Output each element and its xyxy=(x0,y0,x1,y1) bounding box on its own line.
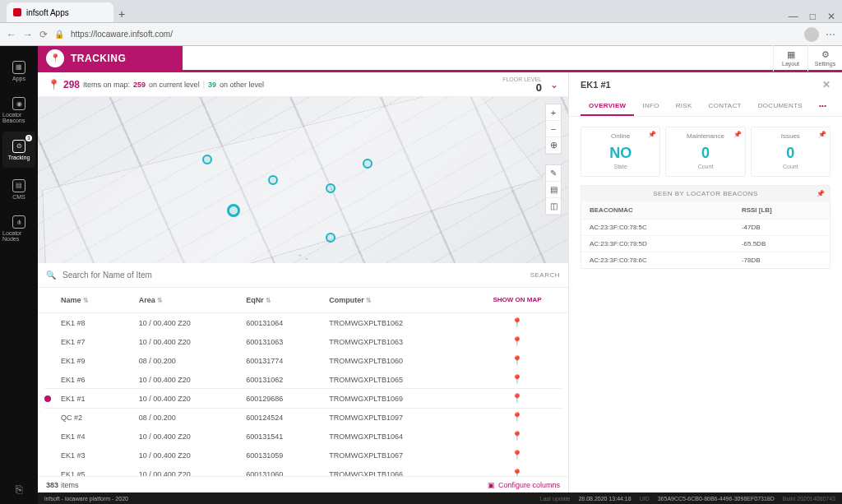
user-avatar[interactable] xyxy=(804,27,819,42)
tab-contact[interactable]: CONTACT xyxy=(701,97,750,116)
tab-more[interactable]: ••• xyxy=(811,97,835,116)
cell-name: EK1 #1 xyxy=(38,389,132,408)
table-row[interactable]: EK1 #510 / 00.400 Z20600131060TROMWGXPLT… xyxy=(38,465,568,476)
minimize-icon[interactable]: — xyxy=(789,11,798,22)
table-row[interactable]: EK1 #410 / 00.400 Z20600131541TROMWGXPLT… xyxy=(38,427,568,446)
cell-area: 10 / 00.400 Z20 xyxy=(132,465,240,476)
layout-button-label: Layout xyxy=(782,61,799,67)
detail-tabs: OVERVIEW INFO RISK CONTACT DOCUMENTS ••• xyxy=(569,97,842,117)
show-on-map-button[interactable]: 📍 xyxy=(466,332,568,351)
filter-icon[interactable]: ◫ xyxy=(546,198,561,215)
nav-forward-icon[interactable]: → xyxy=(23,29,33,40)
cell-eqnr: 600131062 xyxy=(239,370,322,389)
beacons-table: BEACONMAC RSSI [LB] AC:23:3F:C0:78:5C-47… xyxy=(581,201,830,268)
table-row[interactable]: EK1 #610 / 00.400 Z20600131062TROMWGXPLT… xyxy=(38,370,568,389)
app-sidebar: ▦ Apps ◉ Locator Beacons 3 ⊙ Tracking ▤ … xyxy=(0,46,38,504)
new-tab-button[interactable]: + xyxy=(113,6,130,22)
close-icon[interactable]: ✕ xyxy=(822,79,830,90)
show-on-map-button[interactable]: 📍 xyxy=(466,446,568,465)
sidebar-item-apps[interactable]: ▦ Apps xyxy=(2,53,35,89)
floor-map[interactable]: + − ⊕ ✎ ▤ ◫ ⌃⌄ xyxy=(38,97,568,263)
map-beacon[interactable] xyxy=(326,233,335,243)
detail-panel: EK1 #1 ✕ OVERVIEW INFO RISK CONTACT DOCU… xyxy=(569,72,842,492)
tab-risk[interactable]: RISK xyxy=(668,97,701,116)
browser-address-bar: ← → ⟳ 🔒 https://locaware.infsoft.com/ ⋯ xyxy=(0,23,842,46)
show-on-map-button[interactable]: 📍 xyxy=(466,351,568,370)
browser-tab[interactable]: infsoft Apps xyxy=(7,2,113,22)
table-row[interactable]: EK1 #810 / 00.400 Z20600131064TROMWGXPLT… xyxy=(38,313,568,333)
pin-icon[interactable]: 📌 xyxy=(648,131,656,138)
show-on-map-button[interactable]: 📍 xyxy=(466,427,568,446)
cell-rssi: -65.5DB xyxy=(733,236,830,252)
maximize-icon[interactable]: □ xyxy=(810,11,816,22)
pin-icon[interactable]: 📌 xyxy=(733,131,742,138)
detail-header: EK1 #1 ✕ xyxy=(569,72,842,97)
col-rssi: RSSI [LB] xyxy=(733,201,830,220)
exit-button[interactable]: ⎘ xyxy=(7,474,30,504)
table-row[interactable]: EK1 #908 / 00.200600131774TROMWGXPLTB106… xyxy=(38,351,568,370)
tab-title: infsoft Apps xyxy=(26,8,69,17)
window-controls: — □ ✕ xyxy=(789,11,835,22)
floor-selector[interactable]: FLOOR LEVEL 0 xyxy=(502,76,542,93)
map-tool-controls: ✎ ▤ ◫ xyxy=(545,164,562,215)
edit-icon[interactable]: ✎ xyxy=(546,165,561,182)
pin-icon[interactable]: 📌 xyxy=(817,190,826,197)
stat-issues-value: 0 xyxy=(755,145,826,162)
items-table-wrap[interactable]: Name⇅ Area⇅ EqNr⇅ Computer⇅ SHOW ON MAP … xyxy=(38,288,568,476)
sidebar-item-locator-nodes[interactable]: ⋔ Locator Nodes xyxy=(2,210,35,247)
url-text[interactable]: https://locaware.infsoft.com/ xyxy=(71,30,798,39)
cell-computer: TROMWGXPLTB1063 xyxy=(322,332,466,351)
map-beacon[interactable] xyxy=(268,175,278,185)
pin-icon[interactable]: 📌 xyxy=(818,131,826,138)
status-left: infsoft - locaware platform - 2020 xyxy=(44,496,128,502)
show-on-map-button[interactable]: 📍 xyxy=(466,370,568,389)
table-row[interactable]: EK1 #710 / 00.400 Z20600131063TROMWGXPLT… xyxy=(38,332,568,351)
status-build: Build 202014080743 xyxy=(783,496,835,502)
tab-documents[interactable]: DOCUMENTS xyxy=(750,97,811,116)
cell-area: 08 / 00.200 xyxy=(132,408,240,427)
chevron-down-icon[interactable]: ⌄ xyxy=(550,79,558,90)
configure-columns-button[interactable]: ▣ Configure columns xyxy=(488,481,560,489)
show-on-map-button[interactable]: 📍 xyxy=(466,313,568,333)
sidebar-item-locator-beacons[interactable]: ◉ Locator Beacons xyxy=(2,92,35,128)
layers-icon[interactable]: ▤ xyxy=(546,182,561,198)
cell-computer: TROMWGXPLTB1064 xyxy=(322,427,466,446)
cell-mac: AC:23:3F:C0:78:6C xyxy=(581,252,733,269)
zoom-out-icon[interactable]: − xyxy=(546,121,561,137)
cell-area: 08 / 00.200 xyxy=(132,351,240,370)
layout-button[interactable]: ▦ Layout xyxy=(773,45,807,72)
col-area[interactable]: Area⇅ xyxy=(132,288,240,313)
resize-handle-icon[interactable]: ⌃⌄ xyxy=(297,253,310,261)
map-beacon[interactable] xyxy=(363,159,372,169)
gear-icon: ▣ xyxy=(488,481,495,489)
col-eqnr[interactable]: EqNr⇅ xyxy=(239,288,322,313)
sort-icon: ⇅ xyxy=(266,297,271,304)
show-on-map-button[interactable]: 📍 xyxy=(466,408,568,427)
map-beacon[interactable] xyxy=(202,155,212,164)
close-icon[interactable]: ✕ xyxy=(827,11,835,22)
search-input[interactable] xyxy=(62,270,524,280)
table-row[interactable]: QC #208 / 00.200600124524TROMWGXPLTB1097… xyxy=(38,408,568,427)
nav-back-icon[interactable]: ← xyxy=(7,29,16,40)
tab-overview[interactable]: OVERVIEW xyxy=(581,97,634,116)
nav-reload-icon[interactable]: ⟳ xyxy=(39,29,48,40)
table-row[interactable]: EK1 #310 / 00.400 Z20600131059TROMWGXPLT… xyxy=(38,446,568,465)
table-row[interactable]: EK1 #110 / 00.400 Z20600129686TROMWGXPLT… xyxy=(38,389,568,408)
sort-icon: ⇅ xyxy=(366,297,372,304)
show-on-map-button[interactable]: 📍 xyxy=(466,465,568,476)
browser-tab-strip: infsoft Apps + — □ ✕ xyxy=(0,0,842,23)
tab-info[interactable]: INFO xyxy=(634,97,667,116)
settings-button[interactable]: ⚙ Settings xyxy=(807,45,842,72)
map-beacon[interactable] xyxy=(326,183,335,193)
col-computer[interactable]: Computer⇅ xyxy=(322,288,466,313)
zoom-in-icon[interactable]: + xyxy=(546,104,561,121)
sidebar-item-cms[interactable]: ▤ CMS xyxy=(2,171,35,207)
map-beacon-selected[interactable] xyxy=(227,204,240,217)
browser-menu-icon[interactable]: ⋯ xyxy=(826,29,835,40)
show-on-map-button[interactable]: 📍 xyxy=(466,389,568,408)
locate-icon[interactable]: ⊕ xyxy=(546,137,561,154)
col-name[interactable]: Name⇅ xyxy=(38,288,132,313)
search-button[interactable]: SEARCH xyxy=(530,271,560,279)
sidebar-item-tracking[interactable]: 3 ⊙ Tracking xyxy=(2,132,35,168)
cell-eqnr: 600131774 xyxy=(239,351,322,370)
